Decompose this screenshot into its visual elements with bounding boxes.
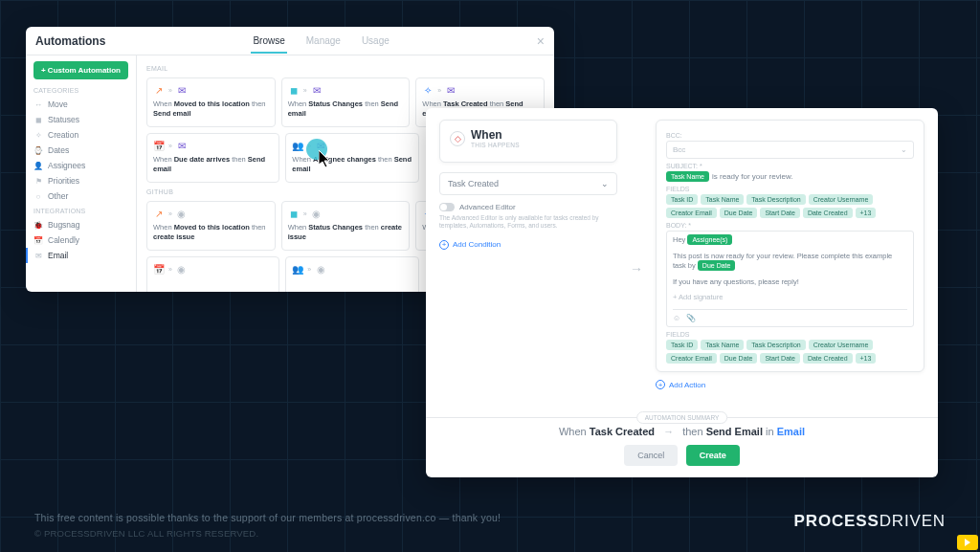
action-icon: ◉ xyxy=(311,208,323,219)
close-icon[interactable]: × xyxy=(537,34,545,48)
when-icon: ◇ xyxy=(450,131,465,146)
attachment-icon[interactable]: 📎 xyxy=(686,314,696,322)
emoji-icon[interactable]: ☺ xyxy=(673,314,680,322)
trigger-icon: ◼ xyxy=(288,208,300,219)
subject-input[interactable]: Task Name is ready for your review. xyxy=(666,171,914,182)
field-pill[interactable]: Task ID xyxy=(666,340,698,350)
trigger-icon: ↗ xyxy=(153,84,165,96)
field-pill[interactable]: Date Created xyxy=(803,353,853,364)
sidebar-item-other[interactable]: ○Other xyxy=(33,188,128,204)
action-icon: ◉ xyxy=(176,263,188,275)
field-pill[interactable]: Creator Email xyxy=(666,353,717,364)
custom-automation-button[interactable]: + Custom Automation xyxy=(33,61,128,79)
integration-icon: 🐞 xyxy=(33,220,43,230)
trigger-icon: ✧ xyxy=(422,84,434,96)
add-action-button[interactable]: + Add Action xyxy=(656,380,924,389)
automation-card[interactable]: 👥»✉When Assignee changes then Send email xyxy=(285,133,418,183)
field-pill[interactable]: Creator Username xyxy=(809,194,874,205)
when-subtitle: THIS HAPPENS xyxy=(471,142,520,148)
toggle-icon xyxy=(439,203,455,211)
category-icon: ✧ xyxy=(33,130,43,140)
automation-arrow-icon: → xyxy=(617,120,656,417)
tab-browse[interactable]: Browse xyxy=(251,30,286,54)
sidebar-item-bugsnag[interactable]: 🐞Bugsnag xyxy=(33,217,128,232)
sidebar-item-priorities[interactable]: ⚑Priorities xyxy=(33,173,128,188)
trigger-icon: 👥 xyxy=(292,263,303,275)
category-icon: ↔ xyxy=(33,99,43,109)
field-pill[interactable]: Date Created xyxy=(803,208,853,218)
sidebar-item-creation[interactable]: ✧Creation xyxy=(33,127,128,143)
field-pill[interactable]: Due Date xyxy=(720,353,758,364)
automation-card[interactable]: 👥»◉ xyxy=(285,256,418,292)
advanced-editor-toggle[interactable]: Advanced Editor xyxy=(439,203,617,211)
field-pill[interactable]: Task Name xyxy=(701,340,744,350)
automation-card[interactable]: 📅»✉When Due date arrives then Send email xyxy=(146,133,279,183)
add-signature-button[interactable]: + Add signature xyxy=(673,293,907,301)
automation-card[interactable]: ↗»◉When Moved to this location then crea… xyxy=(146,201,276,251)
trigger-select[interactable]: Task Created ⌄ xyxy=(439,172,617,195)
cancel-button[interactable]: Cancel xyxy=(624,445,678,466)
action-icon: ✉ xyxy=(311,84,323,96)
body-input[interactable]: Hey Assignee(s) This post is now ready f… xyxy=(666,231,914,327)
advanced-editor-note: The Advanced Editor is only available fo… xyxy=(439,214,617,231)
bcc-label: BCC: xyxy=(666,132,914,139)
category-icon: ○ xyxy=(33,191,43,201)
when-title: When xyxy=(471,128,520,142)
action-icon: ✉ xyxy=(176,140,188,151)
category-icon: ⌚ xyxy=(33,145,43,155)
section-email-label: EMAIL xyxy=(146,65,545,72)
subject-pill: Task Name xyxy=(666,171,709,182)
trigger-icon: 👥 xyxy=(292,140,303,151)
bcc-placeholder: Bcc xyxy=(673,145,685,154)
field-pill[interactable]: Task Description xyxy=(746,340,805,350)
category-icon: ◼ xyxy=(33,115,43,124)
automation-card[interactable]: 📅»◉ xyxy=(146,256,279,292)
categories-label: CATEGORIES xyxy=(33,87,128,94)
sidebar-item-dates[interactable]: ⌚Dates xyxy=(33,143,128,158)
field-pill[interactable]: Creator Email xyxy=(666,208,717,218)
trigger-value: Task Created xyxy=(448,179,499,188)
field-pill[interactable]: Due Date xyxy=(720,208,758,218)
fields-label-2: FIELDS xyxy=(666,331,914,338)
field-pill[interactable]: Task Description xyxy=(746,194,805,205)
plus-icon: + xyxy=(656,380,665,389)
automation-builder-panel: ◇ When THIS HAPPENS Task Created ⌄ Advan… xyxy=(426,108,938,477)
trigger-icon: ◼ xyxy=(288,84,300,96)
copyright-text: © PROCESSDRIVEN LLC ALL RIGHTS RESERVED. xyxy=(34,528,258,539)
bcc-input[interactable]: Bcc ⌄ xyxy=(666,141,914,159)
subject-label: SUBJECT: * xyxy=(666,163,914,169)
fields-label: FIELDS xyxy=(666,186,914,192)
automation-card[interactable]: ◼»◉When Status Changes then create issue xyxy=(281,201,411,251)
fields-row: Task IDTask NameTask DescriptionCreator … xyxy=(666,194,914,218)
brand-logo: PROCESSDRIVEN xyxy=(794,512,946,531)
sidebar-item-assignees[interactable]: 👤Assignees xyxy=(33,158,128,173)
tab-manage[interactable]: Manage xyxy=(304,30,343,53)
sidebar-item-move[interactable]: ↔Move xyxy=(33,97,128,112)
automation-card[interactable]: ◼»✉When Status Changes then Send email xyxy=(281,77,411,127)
create-button[interactable]: Create xyxy=(686,445,740,466)
youtube-badge-icon xyxy=(957,535,978,550)
integrations-label: INTEGRATIONS xyxy=(33,208,128,214)
add-condition-button[interactable]: + Add Condition xyxy=(439,240,617,250)
field-pill[interactable]: +13 xyxy=(856,353,877,364)
plus-icon: + xyxy=(439,240,449,250)
action-card: BCC: Bcc ⌄ SUBJECT: * Task Name is ready… xyxy=(656,120,924,372)
summary-chip: AUTOMATION SUMMARY xyxy=(636,411,728,424)
field-pill[interactable]: Task ID xyxy=(666,194,698,205)
integration-icon: 📅 xyxy=(33,235,43,245)
field-pill[interactable]: Task Name xyxy=(701,194,744,205)
field-pill[interactable]: +13 xyxy=(856,208,877,218)
credit-text: This free content is possible thanks to … xyxy=(34,512,501,523)
field-pill[interactable]: Creator Username xyxy=(809,340,874,350)
automation-card[interactable]: ↗»✉When Moved to this location then Send… xyxy=(146,77,276,127)
category-icon: 👤 xyxy=(33,161,43,170)
automations-tabs: Browse Manage Usage xyxy=(251,30,390,53)
tab-usage[interactable]: Usage xyxy=(360,30,391,53)
sidebar-item-statuses[interactable]: ◼Statuses xyxy=(33,112,128,127)
action-icon: ✉ xyxy=(445,84,457,96)
action-icon: ◉ xyxy=(176,208,188,219)
field-pill[interactable]: Start Date xyxy=(760,208,800,218)
field-pill[interactable]: Start Date xyxy=(760,353,800,364)
sidebar-item-calendly[interactable]: 📅Calendly xyxy=(33,232,128,248)
sidebar-item-email[interactable]: ✉Email xyxy=(26,248,128,263)
